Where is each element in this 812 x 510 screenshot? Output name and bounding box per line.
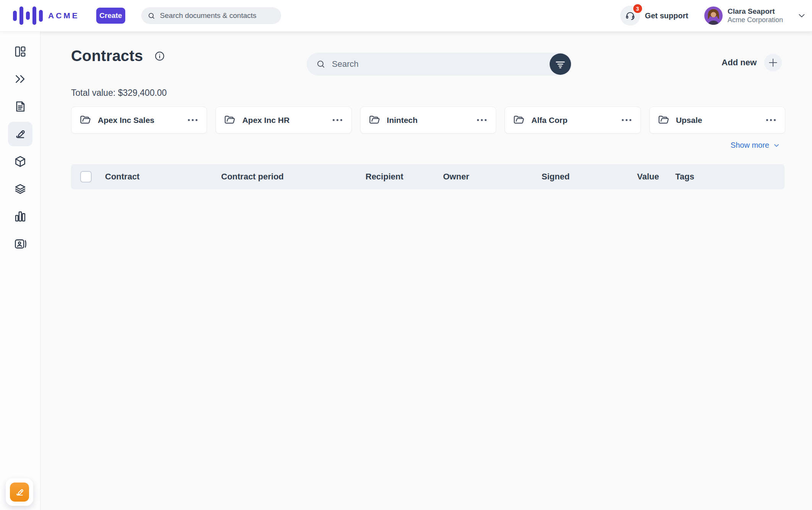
column-signed: Signed xyxy=(542,164,569,189)
folder-menu-button[interactable] xyxy=(187,117,198,123)
get-support-label: Get support xyxy=(645,11,688,20)
add-new-button[interactable] xyxy=(764,54,782,71)
folder-name: Apex Inc Sales xyxy=(98,116,154,125)
filter-icon xyxy=(555,58,566,70)
contracts-page: Contracts Total value: $329,400.00 xyxy=(40,31,812,510)
double-chevron-icon xyxy=(14,73,27,86)
sidebar-item-contracts[interactable] xyxy=(8,122,32,146)
contracts-search[interactable] xyxy=(307,53,572,76)
folder-menu-button[interactable] xyxy=(621,117,632,123)
folder-name: Apex Inc HR xyxy=(242,116,290,125)
folder-card-alfa-corp[interactable]: Alfa Corp xyxy=(505,107,641,134)
contact-card-icon xyxy=(14,237,27,250)
sidebar-item-products[interactable] xyxy=(8,149,32,174)
cube-icon xyxy=(14,155,27,168)
column-contract: Contract xyxy=(105,164,139,189)
user-name: Clara Seaport xyxy=(728,7,783,16)
page-title: Contracts xyxy=(71,47,143,65)
folder-card-inintech[interactable]: Inintech xyxy=(360,107,496,134)
sidebar-item-flows[interactable] xyxy=(8,67,32,91)
column-contract-period: Contract period xyxy=(221,164,284,189)
folder-list: Apex Inc Sales Apex Inc HR Inintech xyxy=(71,107,785,134)
folder-name: Alfa Corp xyxy=(531,116,568,125)
folder-card-apex-inc-sales[interactable]: Apex Inc Sales xyxy=(71,107,207,134)
plus-icon xyxy=(767,57,779,68)
folder-menu-button[interactable] xyxy=(332,117,343,123)
bar-chart-icon xyxy=(14,210,27,223)
sidebar xyxy=(0,31,40,510)
notification-badge: 3 xyxy=(632,3,643,14)
show-more-label: Show more xyxy=(731,141,769,150)
folder-card-apex-inc-hr[interactable]: Apex Inc HR xyxy=(215,107,351,134)
info-icon[interactable] xyxy=(154,50,165,62)
folder-open-icon xyxy=(513,115,525,126)
folder-open-icon xyxy=(369,115,380,126)
folder-open-icon xyxy=(658,115,670,126)
pen-icon xyxy=(14,128,27,140)
global-search[interactable] xyxy=(141,7,281,24)
dashboard-icon xyxy=(14,45,27,58)
add-new-label: Add new xyxy=(721,58,757,68)
folder-menu-button[interactable] xyxy=(476,117,487,123)
sidebar-item-insights[interactable] xyxy=(8,204,32,229)
column-owner: Owner xyxy=(443,164,469,189)
sidebar-item-templates[interactable] xyxy=(8,177,32,201)
folder-name: Inintech xyxy=(387,116,418,125)
signature-fab-button[interactable] xyxy=(10,483,29,502)
user-org: Acme Corporation xyxy=(728,16,783,24)
folder-menu-button[interactable] xyxy=(765,117,776,123)
folder-open-icon xyxy=(80,115,91,126)
chevron-down-icon[interactable] xyxy=(797,11,807,21)
sidebar-item-contacts[interactable] xyxy=(8,232,32,256)
logo-text: ACME xyxy=(48,11,79,20)
contracts-table-header: Contract Contract period Recipient Owner… xyxy=(71,164,785,189)
chevron-down-icon xyxy=(773,142,780,149)
search-icon xyxy=(147,12,155,20)
signature-fab-container xyxy=(6,478,33,506)
column-tags: Tags xyxy=(675,164,694,189)
topbar: ACME Create 3 Get support xyxy=(0,0,812,31)
search-icon xyxy=(316,59,326,69)
show-more-button[interactable]: Show more xyxy=(731,141,780,150)
sidebar-item-documents[interactable] xyxy=(8,94,32,119)
total-value: Total value: $329,400.00 xyxy=(71,88,167,98)
filter-button[interactable] xyxy=(550,53,571,75)
folder-card-upsale[interactable]: Upsale xyxy=(649,107,785,134)
get-support-button[interactable]: 3 Get support xyxy=(620,6,688,26)
column-recipient: Recipient xyxy=(366,164,403,189)
acme-logo[interactable]: ACME xyxy=(13,5,79,26)
global-search-input[interactable] xyxy=(160,11,275,20)
logo-mark-icon xyxy=(13,5,43,26)
avatar xyxy=(704,6,723,25)
folder-open-icon xyxy=(224,115,236,126)
sidebar-item-dashboard[interactable] xyxy=(8,39,32,64)
pen-icon xyxy=(15,487,25,497)
document-icon xyxy=(14,100,27,113)
contracts-search-input[interactable] xyxy=(332,59,572,69)
user-menu[interactable]: Clara Seaport Acme Corporation xyxy=(704,6,807,25)
create-button[interactable]: Create xyxy=(96,8,125,24)
column-value: Value xyxy=(637,164,659,189)
select-all-checkbox[interactable] xyxy=(80,171,92,182)
folder-name: Upsale xyxy=(676,116,702,125)
layers-icon xyxy=(14,182,27,195)
